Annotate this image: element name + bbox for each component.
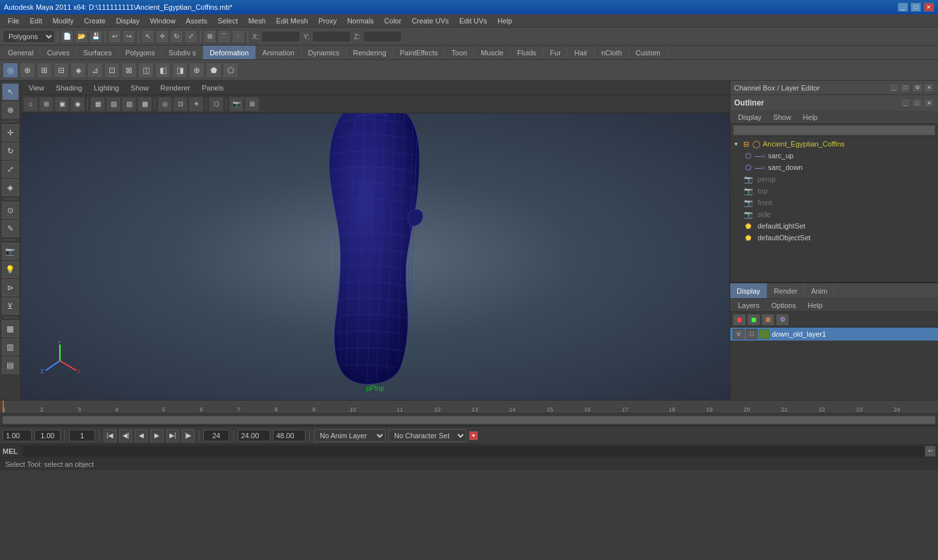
ik-btn[interactable]: ⊻ [2, 298, 19, 315]
vp-show[interactable]: Show [126, 83, 154, 93]
shelf-icon-12[interactable]: ⊕ [189, 63, 205, 78]
vp-btn-display3[interactable]: ▨ [122, 97, 136, 111]
ol-item-top[interactable]: 📷 top [741, 185, 938, 197]
viewport[interactable]: X Y Z pPlnp [21, 113, 730, 400]
ol-item-persp[interactable]: 📷 persp [741, 173, 938, 185]
shelf-tab-custom[interactable]: Custom [629, 46, 668, 59]
layer-tab-display[interactable]: Display [730, 283, 767, 298]
shelf-icon-13[interactable]: ⬟ [206, 63, 221, 78]
move-tool-btn[interactable]: ✛ [2, 124, 19, 141]
shelf-tab-toon[interactable]: Toon [445, 46, 474, 59]
cb-close-btn[interactable]: ✕ [924, 83, 934, 92]
shelf-icon-5[interactable]: ◈ [70, 63, 86, 78]
vp-btn-wireframe[interactable]: ▣ [55, 97, 69, 111]
script-execute-btn[interactable]: ↩ [925, 446, 935, 456]
lasso-tool-btn[interactable]: ⊗ [2, 102, 19, 119]
z-input[interactable] [363, 31, 402, 42]
shelf-icon-11[interactable]: ◨ [172, 63, 188, 78]
display-layer-btn[interactable]: ▥ [2, 339, 19, 356]
snap-grid-btn[interactable]: ⊞ [203, 30, 216, 43]
go-end-btn[interactable]: |▶ [182, 429, 195, 442]
vp-btn-display4[interactable]: ▩ [137, 97, 152, 111]
vp-btn-texture[interactable]: ⊡ [173, 97, 188, 111]
timeline-ruler[interactable]: 1 2 3 4 5 6 7 8 9 10 11 12 13 14 15 16 1… [0, 400, 938, 413]
outliner-content[interactable]: ▼ ⊟ ◯ Ancient_Egyptian_Coffins ⬡ —○ sarc… [730, 137, 938, 282]
vp-btn-camera[interactable]: 📷 [229, 97, 244, 111]
shelf-tab-rendering[interactable]: Rendering [347, 46, 393, 59]
menu-edit[interactable]: Edit [25, 14, 48, 27]
vp-btn-smooth[interactable]: ◉ [70, 97, 85, 111]
shelf-tab-fluids[interactable]: Fluids [511, 46, 543, 59]
vp-panels[interactable]: Panels [197, 83, 229, 93]
anim-layer-select[interactable]: No Anim Layer [314, 429, 386, 442]
light-btn[interactable]: 💡 [2, 261, 19, 278]
menu-help[interactable]: Help [492, 14, 518, 27]
vp-btn-display1[interactable]: ▦ [91, 97, 105, 111]
mode-select[interactable]: Polygons Surfaces Dynamics [3, 30, 55, 43]
ol-menu-help[interactable]: Help [798, 112, 823, 122]
shelf-tab-curves[interactable]: Curves [40, 46, 77, 59]
current-frame-input[interactable] [69, 430, 95, 441]
vp-btn-light[interactable]: ☀ [189, 97, 203, 111]
layer-new-btn[interactable]: ◼ [733, 314, 746, 326]
menu-edit-uvs[interactable]: Edit UVs [454, 14, 492, 27]
menu-file[interactable]: File [3, 14, 25, 27]
cb-settings-btn[interactable]: ⚙ [912, 83, 922, 92]
open-btn[interactable]: 📂 [75, 30, 88, 43]
vp-btn-display2[interactable]: ▧ [106, 97, 121, 111]
ol-menu-display[interactable]: Display [733, 112, 767, 122]
menu-edit-mesh[interactable]: Edit Mesh [271, 14, 313, 27]
shelf-icon-1[interactable]: ◎ [3, 63, 18, 78]
save-btn[interactable]: 💾 [89, 30, 102, 43]
transform-tool-btn[interactable]: ◈ [2, 179, 19, 196]
ol-menu-show[interactable]: Show [768, 112, 797, 122]
render-layer-btn[interactable]: ▤ [2, 357, 19, 374]
scale-btn[interactable]: ⤢ [184, 30, 197, 43]
vp-lighting[interactable]: Lighting [89, 83, 124, 93]
soft-sel-btn[interactable]: ⊙ [2, 202, 19, 219]
shelf-icon-6[interactable]: ⊿ [87, 63, 103, 78]
y-input[interactable] [312, 31, 351, 42]
ol-item-front[interactable]: 📷 front [741, 197, 938, 208]
expand-root-arrow[interactable]: ▼ [733, 141, 739, 147]
close-button[interactable]: ✕ [924, 3, 934, 12]
shelf-icon-10[interactable]: ◧ [155, 63, 171, 78]
menu-assets[interactable]: Assets [180, 14, 212, 27]
outliner-search-input[interactable] [733, 125, 935, 135]
layer-tab-anim[interactable]: Anim [804, 283, 834, 298]
layer-type-btn[interactable]: □ [746, 329, 758, 339]
shelf-icon-14[interactable]: ⬠ [223, 63, 238, 78]
go-start-btn[interactable]: |◀ [104, 429, 117, 442]
range-start-input[interactable] [3, 430, 32, 441]
play-end-input[interactable] [238, 430, 270, 441]
vp-renderer[interactable]: Renderer [155, 83, 195, 93]
sculpt-btn[interactable]: ✎ [2, 220, 19, 237]
scale-tool-btn[interactable]: ⤢ [2, 161, 19, 178]
vp-btn-panels[interactable]: ⊞ [245, 97, 259, 111]
select-btn[interactable]: ↖ [141, 30, 154, 43]
maximize-button[interactable]: □ [911, 3, 921, 12]
step-back-btn[interactable]: ◀| [119, 429, 132, 442]
rotate-btn[interactable]: ↻ [170, 30, 183, 43]
play-back-btn[interactable]: ◀ [135, 429, 148, 442]
playhead[interactable] [3, 400, 4, 413]
menu-mesh[interactable]: Mesh [243, 14, 271, 27]
shelf-tab-deformation[interactable]: Deformation [203, 46, 256, 59]
layer-visible-btn[interactable]: V [733, 329, 745, 339]
outliner-close[interactable]: ✕ [924, 98, 934, 107]
move-btn[interactable]: ✛ [156, 30, 169, 43]
shelf-tab-animation[interactable]: Animation [256, 46, 302, 59]
cb-maximize-btn[interactable]: □ [900, 83, 911, 92]
ol-item-sarc-up[interactable]: ⬡ —○ sarc_up [741, 150, 938, 161]
ol-item-side[interactable]: 📷 side [741, 208, 938, 220]
layer-btn[interactable]: ▦ [2, 320, 19, 337]
timeline-range-bar[interactable] [3, 416, 935, 424]
lm-layers[interactable]: Layers [733, 300, 765, 311]
snap-curve-btn[interactable]: ⌒ [218, 30, 231, 43]
shelf-tab-hair[interactable]: Hair [568, 46, 595, 59]
select-tool-btn[interactable]: ↖ [2, 83, 19, 100]
menu-create[interactable]: Create [79, 14, 111, 27]
script-input[interactable] [22, 446, 925, 456]
shelf-tab-painteffects[interactable]: PaintEffects [393, 46, 446, 59]
shelf-icon-4[interactable]: ⊟ [53, 63, 69, 78]
